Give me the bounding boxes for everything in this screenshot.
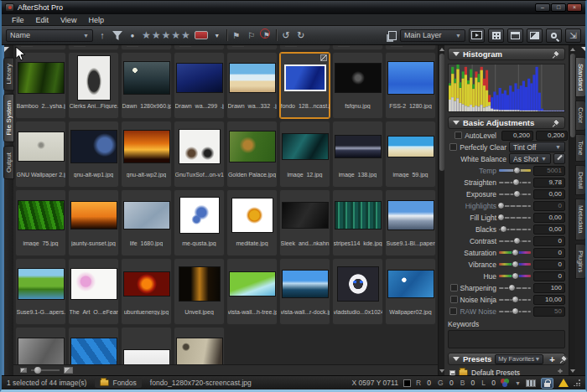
clipped-thumbnail-cell[interactable] [332, 45, 383, 50]
straighten-slider[interactable] [499, 178, 531, 186]
menu-view[interactable]: View [55, 15, 81, 25]
clipped-thumbnail-cell[interactable] [174, 45, 225, 50]
thumbnail-smaller-icon[interactable] [20, 368, 27, 373]
hue-value[interactable]: 0 [533, 271, 565, 281]
sharpening-knob[interactable] [508, 284, 516, 291]
thumbnail-image[interactable] [387, 136, 434, 157]
flag-icon[interactable]: ⚑ [231, 28, 242, 42]
vibrance-value[interactable]: 0 [533, 260, 565, 270]
exposure-value[interactable]: 0,00 [533, 189, 565, 199]
raw-noise-slider[interactable] [499, 307, 531, 315]
thumbnail-image[interactable] [123, 201, 170, 230]
clipped-thumbnail-cell[interactable] [226, 45, 278, 50]
thumbnail-cell[interactable]: GNU Wallpaper 2.jpg [15, 121, 66, 188]
thumbnail-cell[interactable]: life_1680.jpg [121, 189, 172, 256]
highlights-value[interactable]: 0 [533, 201, 565, 211]
thumbnail-cell[interactable]: image_75.jpg [15, 189, 66, 256]
straighten-value[interactable]: 9,78 [533, 178, 565, 188]
tree-scroll-down-icon[interactable] [558, 370, 563, 374]
title-bar[interactable]: AfterShot Pro – □ × [2, 1, 585, 14]
thumbnail-image[interactable] [179, 197, 220, 234]
collapse-left-panel-icon[interactable] [4, 47, 9, 52]
flag-rejected-icon[interactable]: ⚑ [261, 28, 273, 42]
thumbnail-cell[interactable]: image_138.jpg [332, 121, 383, 188]
thumbnail-image[interactable] [387, 61, 434, 95]
thumbnail-cell[interactable] [121, 327, 172, 364]
thumbnail-image[interactable] [179, 266, 221, 302]
clipped-thumbnail-cell[interactable] [385, 45, 436, 50]
thumbnail-image[interactable] [335, 63, 382, 93]
thumbnail-image[interactable] [18, 62, 65, 94]
temp-value[interactable]: 5001 [533, 166, 565, 176]
hue-knob[interactable] [512, 272, 519, 280]
thumbnail-cell[interactable]: jaunty-sunset.jpg [68, 189, 119, 256]
perfectly-clear-checkbox[interactable] [449, 143, 457, 151]
thumbnail-image[interactable] [176, 338, 223, 364]
thumbnail-image[interactable] [18, 200, 65, 230]
sharpening-checkbox[interactable] [450, 284, 458, 291]
no-rating-dot-icon[interactable]: ● [127, 28, 138, 42]
thumbnail-cell[interactable]: vista-wall...h-tree.jpg [226, 258, 278, 325]
rotate-left-icon[interactable]: ↺ [280, 28, 292, 42]
raw-noise-knob[interactable] [512, 307, 519, 315]
tint-dropdown[interactable]: Tint Off ▼ [509, 142, 565, 152]
slideshow-button[interactable] [469, 28, 485, 43]
pin-icon[interactable] [553, 119, 560, 126]
pin-icon[interactable] [560, 355, 568, 363]
tools-tab-detail[interactable]: Detail [575, 165, 586, 195]
color-profile-icon[interactable] [501, 379, 510, 387]
color-label-swatch[interactable] [195, 31, 208, 39]
split-view-button[interactable] [507, 28, 523, 43]
vibrance-knob[interactable] [512, 260, 519, 268]
basic-adjustments-section-header[interactable]: Basic Adjustments [448, 116, 565, 129]
thumbnail-cell[interactable] [68, 327, 119, 364]
thumbnail-image[interactable] [18, 268, 65, 300]
thumbnail-cell[interactable]: Sleek_and...nkahn.jpg [279, 189, 330, 256]
thumbnail-image[interactable] [179, 129, 221, 164]
eyedropper-button[interactable] [553, 153, 565, 164]
menu-help[interactable]: Help [83, 15, 109, 25]
thumbnail-image[interactable] [282, 270, 329, 298]
thumbnail-image[interactable] [335, 201, 382, 230]
thumbnail-cell[interactable]: me-gusta.jpg [174, 189, 225, 256]
highlights-knob[interactable] [497, 202, 505, 209]
thumbnail-cell[interactable]: Clerks Ani...Figure.jpg [68, 52, 119, 119]
thumbnail-image[interactable] [70, 268, 117, 300]
sidebar-tab-output[interactable]: Output [3, 146, 14, 179]
temp-slider[interactable] [499, 167, 531, 174]
thumbnail-cell[interactable]: fondo_128...ncast.jpg [279, 52, 330, 119]
thumbnail-view-button[interactable] [488, 28, 504, 43]
clipped-thumbnail-cell[interactable] [279, 45, 330, 50]
collapse-triangle-icon[interactable] [453, 121, 460, 125]
menu-edit[interactable]: Edit [31, 15, 55, 25]
sharpening-slider[interactable] [499, 284, 531, 291]
thumbnail-cell[interactable]: image_59.jpg [385, 121, 436, 188]
thumbnail-cell[interactable]: Drawn_wa...299_.jpg [174, 52, 225, 119]
add-preset-button[interactable]: + [547, 354, 557, 364]
autolevel-checkbox[interactable] [455, 132, 462, 139]
saturation-knob[interactable] [512, 249, 519, 256]
sort-ascending-icon[interactable]: ↑ [96, 28, 108, 42]
contrast-knob[interactable] [513, 237, 521, 245]
contrast-slider[interactable] [499, 237, 531, 245]
raw-noise-value[interactable]: 50 [533, 307, 565, 317]
exposure-slider[interactable] [499, 190, 531, 198]
autolevel-low-value[interactable]: 0,200 [501, 131, 533, 141]
thumbnail-cell[interactable]: Suse9.1-G...apers.jpg [15, 258, 66, 325]
fill-light-knob[interactable] [497, 214, 505, 221]
noise-ninja-slider[interactable] [499, 296, 531, 303]
saturation-value[interactable]: 0 [533, 248, 565, 258]
thumbnail-image[interactable] [18, 132, 65, 162]
warning-icon[interactable] [558, 379, 569, 387]
sidebar-tab-library[interactable]: Library [3, 57, 14, 90]
collapse-right-panel-icon[interactable] [581, 47, 586, 52]
chevron-down-icon[interactable]: ▼ [515, 380, 521, 386]
thumbnail-cell[interactable]: GnuTuxSof...on-v1.jpg [174, 121, 225, 188]
star-rating-filter[interactable]: ★★★★★ [142, 29, 191, 41]
thumbnail-image[interactable] [229, 131, 276, 162]
rotate-right-icon[interactable]: ↻ [295, 28, 307, 42]
color-label-caret-icon[interactable]: ▼ [211, 28, 223, 42]
blacks-knob[interactable] [500, 225, 507, 233]
tools-tab-tone[interactable]: Tone [575, 134, 586, 162]
filter-icon[interactable] [112, 28, 123, 42]
